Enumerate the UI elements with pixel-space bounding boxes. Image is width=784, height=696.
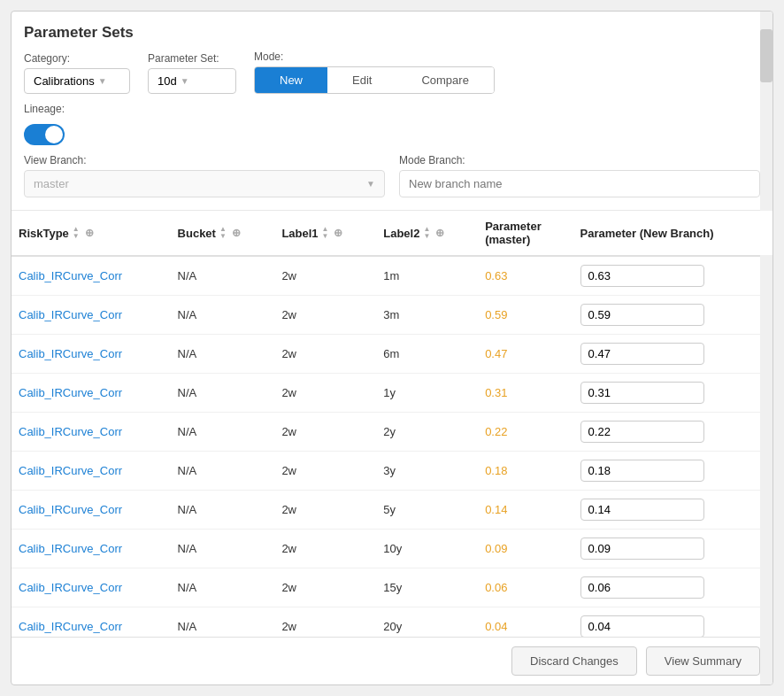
- view-branch-placeholder: master: [34, 177, 69, 190]
- cell-label2: 6m: [376, 335, 478, 374]
- cell-risk-type: Calib_IRCurve_Corr: [12, 256, 171, 296]
- cell-risk-type: Calib_IRCurve_Corr: [12, 607, 171, 638]
- param-new-branch-input[interactable]: [580, 265, 704, 287]
- cell-param-new-branch: [573, 256, 772, 296]
- label2-filter-icon[interactable]: ⊕: [435, 227, 444, 239]
- lineage-label: Lineage:: [24, 103, 65, 115]
- mode-buttons: New Edit Compare: [254, 66, 495, 94]
- table-row: Calib_IRCurve_Corr N/A 2w 10y 0.09: [12, 530, 772, 568]
- scrollbar-thumb[interactable]: [760, 29, 772, 82]
- panel-title: Parameter Sets: [24, 24, 760, 42]
- param-new-branch-input[interactable]: [580, 537, 704, 560]
- mode-edit-button[interactable]: Edit: [327, 67, 396, 93]
- cell-risk-type: Calib_IRCurve_Corr: [12, 530, 171, 568]
- parameter-set-group: Parameter Set: 10d ▼: [148, 52, 236, 94]
- param-new-branch-input[interactable]: [580, 382, 704, 404]
- param-new-branch-input[interactable]: [580, 615, 704, 637]
- cell-param-master: 0.59: [478, 296, 573, 335]
- view-branch-select[interactable]: master ▼: [24, 170, 385, 197]
- cell-param-new-branch: [573, 413, 772, 452]
- cell-param-new-branch: [573, 491, 772, 530]
- risk-type-filter-icon[interactable]: ⊕: [85, 227, 94, 239]
- mode-group: Mode: New Edit Compare: [254, 50, 495, 94]
- col-label2: Label2 ▲ ▼ ⊕: [376, 211, 478, 256]
- view-branch-label: View Branch:: [24, 154, 385, 166]
- table-container[interactable]: RiskType ▲ ▼ ⊕ Bucket ▲: [12, 211, 772, 637]
- col-label2-label: Label2: [383, 227, 419, 240]
- branch-row: View Branch: master ▼ Mode Branch:: [24, 154, 760, 197]
- cell-label2: 2y: [376, 413, 478, 452]
- toggle-row: [24, 124, 760, 145]
- cell-label1: 2w: [274, 413, 376, 452]
- view-branch-group: View Branch: master ▼: [24, 154, 385, 197]
- cell-risk-type: Calib_IRCurve_Corr: [12, 296, 171, 335]
- cell-risk-type: Calib_IRCurve_Corr: [12, 374, 171, 413]
- param-new-branch-input[interactable]: [580, 421, 704, 443]
- param-new-branch-input[interactable]: [580, 576, 704, 599]
- cell-param-new-branch: [573, 607, 772, 638]
- parameter-table: RiskType ▲ ▼ ⊕ Bucket ▲: [12, 211, 772, 637]
- param-new-branch-input[interactable]: [580, 304, 704, 326]
- cell-param-master: 0.18: [478, 452, 573, 491]
- cell-label1: 2w: [274, 607, 376, 638]
- footer: Discard Changes View Summary: [12, 637, 772, 684]
- mode-branch-input[interactable]: [399, 170, 760, 197]
- cell-bucket: N/A: [171, 607, 275, 638]
- controls-row: Category: Calibrations ▼ Parameter Set: …: [24, 50, 760, 94]
- parameter-set-value: 10d: [158, 74, 177, 88]
- cell-label1: 2w: [274, 491, 376, 530]
- col-param-new-branch: Parameter (New Branch): [573, 211, 772, 256]
- col-risk-type: RiskType ▲ ▼ ⊕: [12, 211, 171, 256]
- param-new-branch-input[interactable]: [580, 499, 704, 521]
- cell-bucket: N/A: [171, 452, 275, 491]
- category-select[interactable]: Calibrations ▼: [24, 68, 130, 94]
- table-row: Calib_IRCurve_Corr N/A 2w 1m 0.63: [12, 256, 772, 296]
- col-param-master-label: Parameter(master): [485, 220, 542, 246]
- col-bucket-label: Bucket: [178, 227, 216, 240]
- table-row: Calib_IRCurve_Corr N/A 2w 5y 0.14: [12, 491, 772, 530]
- parameter-set-select[interactable]: 10d ▼: [148, 68, 236, 94]
- label2-sort-icon[interactable]: ▲ ▼: [423, 226, 430, 240]
- label1-filter-icon[interactable]: ⊕: [334, 227, 342, 239]
- cell-param-new-branch: [573, 452, 772, 491]
- param-new-branch-input[interactable]: [580, 343, 704, 365]
- cell-label1: 2w: [274, 335, 376, 374]
- bucket-filter-icon[interactable]: ⊕: [232, 227, 241, 239]
- parameter-set-label: Parameter Set:: [148, 52, 236, 65]
- mode-label: Mode:: [254, 50, 495, 63]
- cell-label2: 3m: [376, 296, 478, 335]
- category-chevron-icon: ▼: [98, 76, 107, 86]
- label1-sort-icon[interactable]: ▲ ▼: [322, 226, 329, 240]
- param-new-branch-input[interactable]: [580, 460, 704, 482]
- cell-label2: 5y: [376, 491, 478, 530]
- cell-bucket: N/A: [171, 256, 275, 296]
- category-label: Category:: [24, 52, 130, 65]
- cell-label2: 3y: [376, 452, 478, 491]
- cell-label1: 2w: [274, 374, 376, 413]
- table-row: Calib_IRCurve_Corr N/A 2w 15y 0.06: [12, 568, 772, 607]
- col-param-new-branch-label: Parameter (New Branch): [580, 227, 714, 240]
- discard-changes-button[interactable]: Discard Changes: [511, 646, 637, 676]
- cell-label2: 20y: [376, 607, 478, 638]
- lineage-toggle[interactable]: [24, 124, 65, 145]
- cell-label2: 1m: [376, 256, 478, 296]
- cell-label1: 2w: [274, 256, 376, 296]
- table-row: Calib_IRCurve_Corr N/A 2w 3m 0.59: [12, 296, 772, 335]
- col-param-master: Parameter(master): [478, 211, 573, 256]
- table-row: Calib_IRCurve_Corr N/A 2w 2y 0.22: [12, 413, 772, 452]
- category-value: Calibrations: [34, 74, 95, 88]
- scrollbar-track[interactable]: [760, 12, 772, 684]
- view-branch-chevron-icon: ▼: [366, 179, 375, 189]
- cell-bucket: N/A: [171, 530, 275, 568]
- cell-param-master: 0.31: [478, 374, 573, 413]
- cell-param-master: 0.04: [478, 607, 573, 638]
- mode-compare-button[interactable]: Compare: [396, 67, 493, 93]
- risk-type-sort-icon[interactable]: ▲ ▼: [73, 226, 80, 240]
- cell-param-new-branch: [573, 530, 772, 568]
- view-summary-button[interactable]: View Summary: [646, 646, 760, 676]
- cell-label1: 2w: [274, 530, 376, 568]
- cell-risk-type: Calib_IRCurve_Corr: [12, 335, 171, 374]
- category-group: Category: Calibrations ▼: [24, 52, 130, 94]
- bucket-sort-icon[interactable]: ▲ ▼: [219, 226, 227, 240]
- mode-new-button[interactable]: New: [255, 67, 327, 93]
